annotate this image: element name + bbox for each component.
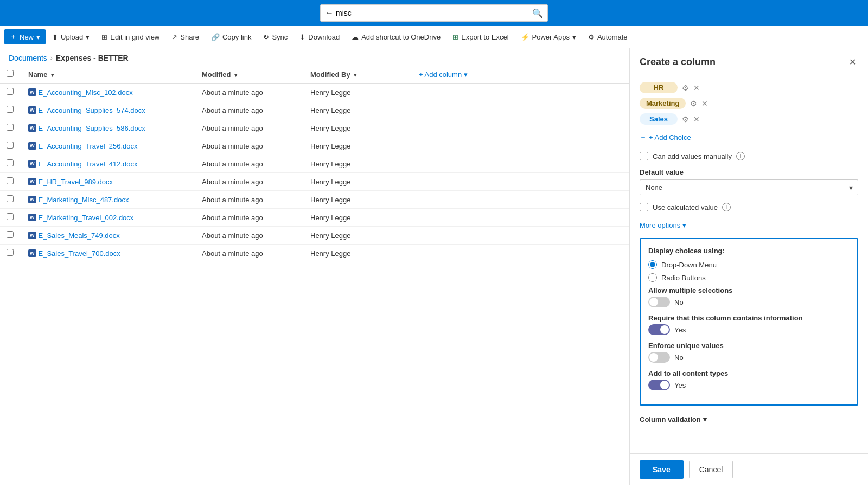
- panel-close-button[interactable]: ✕: [847, 56, 858, 68]
- upload-button[interactable]: ⬆ Upload ▾: [47, 30, 95, 44]
- row-check-cell[interactable]: [0, 173, 22, 191]
- search-submit-button[interactable]: 🔍: [532, 8, 543, 18]
- tag-marketing-settings-button[interactable]: ⚙: [690, 99, 697, 108]
- more-options-box: Display choices using: Drop-Down Menu Ra…: [640, 238, 858, 406]
- row-checkbox[interactable]: [7, 142, 14, 149]
- allow-multiple-toggle[interactable]: [648, 297, 670, 307]
- excel-icon: ⊞: [452, 33, 458, 41]
- row-checkbox[interactable]: [7, 231, 14, 238]
- add-choice-plus-icon: ＋: [640, 132, 647, 142]
- breadcrumb-parent[interactable]: Documents: [9, 54, 47, 62]
- row-checkbox[interactable]: [7, 213, 14, 220]
- tag-sales-settings-button[interactable]: ⚙: [682, 115, 689, 124]
- file-name-link[interactable]: E_HR_Travel_989.docx: [39, 178, 113, 186]
- tag-hr-settings-button[interactable]: ⚙: [682, 84, 689, 92]
- row-modified-cell: About a minute ago: [195, 84, 304, 101]
- table-row: W E_Accounting_Travel_256.docx About a m…: [0, 137, 629, 155]
- row-checkbox[interactable]: [7, 249, 14, 256]
- more-options-chevron-icon: ▾: [682, 221, 686, 229]
- file-name-link[interactable]: E_Accounting_Misc_102.docx: [39, 88, 133, 97]
- row-extra-cell: [412, 155, 629, 173]
- row-checkbox[interactable]: [7, 195, 14, 202]
- require-column-toggle[interactable]: [648, 324, 670, 335]
- search-bar[interactable]: ← 🔍: [320, 4, 548, 22]
- cancel-button[interactable]: Cancel: [689, 461, 733, 478]
- file-name-link[interactable]: E_Sales_Meals_749.docx: [39, 232, 120, 240]
- row-modified-cell: About a minute ago: [195, 209, 304, 227]
- radio-dropdown[interactable]: [648, 260, 657, 269]
- add-all-content-thumb: [660, 381, 669, 389]
- can-add-values-checkbox[interactable]: [640, 152, 648, 160]
- row-check-cell[interactable]: [0, 84, 22, 101]
- row-checkbox[interactable]: [7, 106, 14, 113]
- file-name-link[interactable]: E_Accounting_Travel_412.docx: [39, 160, 138, 168]
- word-icon: W: [28, 214, 36, 222]
- enforce-unique-toggle[interactable]: [648, 352, 670, 363]
- use-calculated-label: Use calculated value: [653, 203, 718, 211]
- plus-icon: ＋: [10, 32, 17, 42]
- file-name-link[interactable]: E_Accounting_Supplies_586.docx: [39, 124, 145, 132]
- more-options-button[interactable]: More options ▾: [640, 219, 686, 232]
- link-icon: 🔗: [211, 33, 220, 41]
- automate-button[interactable]: ⚙ Automate: [583, 30, 633, 44]
- row-modified-by-cell: Henry Legge: [304, 173, 412, 191]
- can-add-values-info-icon: i: [736, 152, 745, 160]
- row-check-cell[interactable]: [0, 137, 22, 155]
- modified-col-header[interactable]: Modified ▾: [195, 66, 304, 84]
- share-button[interactable]: ↗ Share: [166, 30, 205, 44]
- search-input[interactable]: [336, 9, 532, 17]
- row-check-cell[interactable]: [0, 245, 22, 262]
- row-modified-by-cell: Henry Legge: [304, 227, 412, 245]
- use-calculated-checkbox[interactable]: [640, 203, 648, 211]
- file-name-link[interactable]: E_Marketing_Misc_487.docx: [39, 196, 129, 204]
- radio-radio-buttons[interactable]: [648, 273, 657, 282]
- add-column-button[interactable]: + Add column ▾: [419, 70, 468, 79]
- sync-button[interactable]: ↻ Sync: [258, 30, 293, 44]
- file-name-link[interactable]: E_Sales_Travel_700.docx: [39, 249, 120, 258]
- default-value-select[interactable]: None: [640, 179, 858, 195]
- row-modified-by-cell: Henry Legge: [304, 137, 412, 155]
- tag-hr-remove-button[interactable]: ✕: [693, 84, 700, 92]
- select-all-checkbox[interactable]: [7, 70, 14, 77]
- row-check-cell[interactable]: [0, 227, 22, 245]
- tag-marketing-remove-button[interactable]: ✕: [701, 99, 708, 108]
- row-name-cell: W E_HR_Travel_989.docx: [22, 173, 195, 191]
- add-choice-button[interactable]: ＋ + Add Choice: [640, 130, 691, 144]
- copy-link-button[interactable]: 🔗 Copy link: [206, 30, 257, 44]
- row-name-cell: W E_Accounting_Misc_102.docx: [22, 84, 195, 101]
- power-apps-button[interactable]: ⚡ Power Apps ▾: [515, 30, 582, 44]
- add-all-content-toggle[interactable]: [648, 380, 670, 390]
- row-check-cell[interactable]: [0, 209, 22, 227]
- row-modified-by-cell: Henry Legge: [304, 84, 412, 101]
- row-extra-cell: [412, 245, 629, 262]
- file-name-link[interactable]: E_Accounting_Supplies_574.docx: [39, 106, 145, 114]
- upload-chevron-icon: ▾: [86, 33, 90, 41]
- save-button[interactable]: Save: [640, 460, 684, 479]
- check-col-header[interactable]: [0, 66, 22, 84]
- row-check-cell[interactable]: [0, 101, 22, 119]
- add-shortcut-button[interactable]: ☁ Add shortcut to OneDrive: [346, 30, 446, 44]
- new-button[interactable]: ＋ New ▾: [4, 29, 46, 44]
- row-check-cell[interactable]: [0, 155, 22, 173]
- edit-grid-button[interactable]: ⊞ Edit in grid view: [96, 30, 165, 44]
- row-checkbox[interactable]: [7, 88, 14, 95]
- powerapps-chevron-icon: ▾: [572, 33, 576, 41]
- file-name-link[interactable]: E_Accounting_Travel_256.docx: [39, 142, 138, 150]
- name-col-header[interactable]: Name ▾: [22, 66, 195, 84]
- row-checkbox[interactable]: [7, 177, 14, 184]
- export-excel-button[interactable]: ⊞ Export to Excel: [447, 30, 514, 44]
- choice-tag-marketing: Marketing: [640, 98, 686, 109]
- row-check-cell[interactable]: [0, 119, 22, 137]
- file-name-link[interactable]: E_Marketing_Travel_002.docx: [39, 214, 134, 222]
- add-col-header[interactable]: + Add column ▾: [412, 66, 629, 84]
- row-checkbox[interactable]: [7, 124, 14, 131]
- modified-by-col-header[interactable]: Modified By ▾: [304, 66, 412, 84]
- search-back-button[interactable]: ←: [325, 8, 334, 18]
- row-check-cell[interactable]: [0, 191, 22, 209]
- column-validation-button[interactable]: Column validation ▾: [640, 413, 707, 426]
- row-extra-cell: [412, 101, 629, 119]
- automate-icon: ⚙: [588, 33, 595, 41]
- row-checkbox[interactable]: [7, 159, 14, 166]
- tag-sales-remove-button[interactable]: ✕: [693, 115, 700, 124]
- download-button[interactable]: ⬇ Download: [294, 30, 345, 44]
